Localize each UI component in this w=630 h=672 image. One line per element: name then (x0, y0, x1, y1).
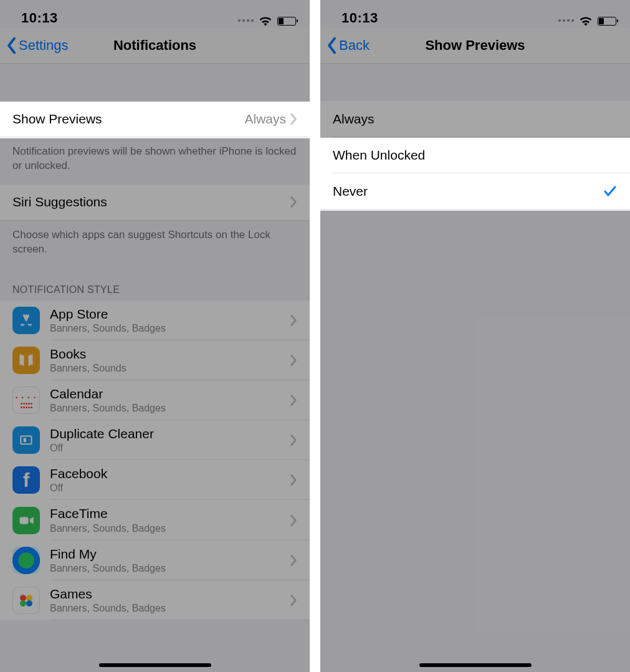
wifi-icon (259, 16, 272, 26)
svg-rect-1 (24, 438, 26, 443)
app-name: Duplicate Cleaner (50, 426, 154, 441)
option-label: Never (333, 184, 368, 199)
chevron-right-icon (290, 113, 297, 125)
status-bar: 10:13 (0, 0, 310, 27)
app-subtitle: Banners, Sounds, Badges (50, 563, 166, 574)
status-icons (238, 16, 296, 26)
app-name: Find My (50, 547, 166, 562)
app-subtitle: Banners, Sounds, Badges (50, 603, 166, 614)
options-list: AlwaysWhen UnlockedNever (320, 101, 630, 209)
siri-suggestions-row[interactable]: Siri Suggestions (0, 185, 310, 221)
cellular-dots-icon (558, 19, 574, 23)
status-time: 10:13 (341, 10, 378, 26)
back-label: Settings (19, 37, 69, 54)
preview-option-when-unlocked[interactable]: When Unlocked (320, 137, 630, 173)
app-subtitle: Off (50, 482, 107, 494)
games-app-icon (12, 587, 40, 614)
svg-point-6 (26, 600, 32, 607)
app-name: Books (50, 347, 126, 362)
show-previews-label: Show Previews (12, 112, 102, 127)
app-subtitle: Off (50, 443, 154, 454)
dup-app-icon (12, 426, 40, 454)
app-subtitle: Banners, Sounds (50, 363, 126, 374)
siri-footer-text: Choose which apps can suggest Shortcuts … (0, 221, 310, 268)
preview-option-always[interactable]: Always (320, 101, 630, 137)
back-label: Back (339, 37, 370, 54)
checkmark-icon (603, 184, 618, 199)
status-icons (558, 16, 616, 26)
app-row-dup[interactable]: Duplicate CleanerOff (0, 420, 310, 460)
calendar-app-icon: • • • • (12, 386, 40, 414)
app-row-games[interactable]: GamesBanners, Sounds, Badges (0, 580, 310, 620)
findmy-app-icon (12, 547, 40, 574)
app-row-appstore[interactable]: App StoreBanners, Sounds, Badges (0, 300, 310, 340)
app-row-fb[interactable]: fFacebookOff (0, 460, 310, 500)
page-title: Show Previews (425, 37, 525, 54)
siri-suggestions-label: Siri Suggestions (12, 194, 107, 209)
chevron-right-icon (290, 434, 297, 446)
status-time: 10:13 (21, 10, 58, 26)
chevron-right-icon (290, 594, 297, 607)
previews-footer-text: Notification previews will be shown whet… (0, 137, 310, 185)
chevron-right-icon (290, 554, 297, 567)
preview-option-never[interactable]: Never (320, 173, 630, 209)
app-subtitle: Banners, Sounds, Badges (50, 323, 166, 334)
nav-bar: Back Show Previews (320, 27, 630, 64)
app-subtitle: Banners, Sounds, Badges (50, 403, 166, 414)
svg-rect-2 (20, 517, 29, 524)
home-indicator[interactable] (99, 663, 211, 667)
app-name: App Store (50, 307, 166, 322)
nav-bar: Settings Notifications (0, 27, 310, 64)
svg-point-4 (26, 595, 32, 601)
app-row-calendar[interactable]: • • • •CalendarBanners, Sounds, Badges (0, 380, 310, 420)
app-row-books[interactable]: BooksBanners, Sounds (0, 340, 310, 380)
chevron-right-icon (290, 314, 297, 327)
show-previews-screen: 10:13 Back Show Previews AlwaysWhen Unlo… (320, 0, 630, 672)
notification-style-header: NOTIFICATION STYLE (0, 268, 310, 300)
notifications-screen: 10:13 Settings Notifications Show Previe… (0, 0, 310, 672)
home-indicator[interactable] (419, 663, 532, 667)
app-name: FaceTime (50, 506, 166, 521)
svg-point-3 (20, 595, 26, 601)
facetime-app-icon (12, 507, 40, 534)
option-label: Always (333, 112, 375, 127)
chevron-right-icon (290, 354, 297, 367)
page-title: Notifications (113, 37, 196, 54)
chevron-left-icon (6, 37, 16, 54)
books-app-icon (12, 347, 40, 374)
battery-icon (277, 17, 296, 26)
option-label: When Unlocked (333, 148, 425, 163)
app-name: Games (50, 587, 166, 602)
chevron-right-icon (290, 394, 297, 406)
app-name: Calendar (50, 386, 166, 401)
battery-icon (598, 17, 616, 26)
back-button[interactable]: Settings (6, 27, 69, 63)
svg-point-5 (20, 600, 26, 607)
chevron-right-icon (290, 474, 297, 486)
appstore-app-icon (12, 307, 40, 334)
app-subtitle: Banners, Sounds, Badges (50, 523, 166, 534)
fb-app-icon: f (12, 466, 40, 494)
app-row-findmy[interactable]: Find MyBanners, Sounds, Badges (0, 540, 310, 580)
chevron-left-icon (327, 37, 336, 54)
chevron-right-icon (290, 196, 297, 208)
wifi-icon (579, 16, 593, 26)
app-list: App StoreBanners, Sounds, BadgesBooksBan… (0, 300, 310, 620)
app-row-facetime[interactable]: FaceTimeBanners, Sounds, Badges (0, 500, 310, 540)
cellular-dots-icon (238, 19, 254, 23)
app-name: Facebook (50, 466, 107, 481)
show-previews-value: Always (244, 112, 290, 127)
status-bar: 10:13 (320, 0, 630, 27)
chevron-right-icon (290, 514, 297, 527)
show-previews-row[interactable]: Show Previews Always (0, 101, 310, 137)
back-button[interactable]: Back (327, 27, 370, 63)
